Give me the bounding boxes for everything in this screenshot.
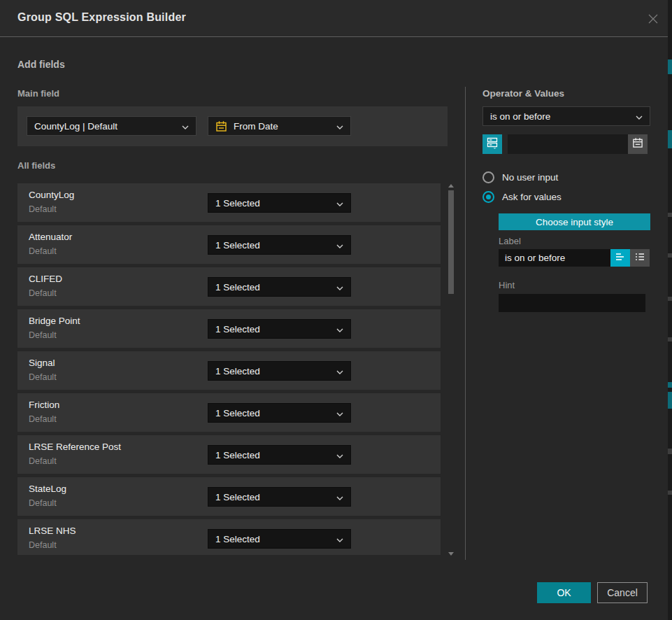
hint-input[interactable] <box>499 294 645 312</box>
field-sublabel: Default <box>29 246 57 256</box>
main-field-panel: CountyLog | Default From Date <box>17 106 448 146</box>
chevron-down-icon <box>336 533 343 545</box>
radio-ask-for-values-label: Ask for values <box>502 192 562 202</box>
field-sublabel: Default <box>29 288 57 298</box>
all-fields-label: All fields <box>17 160 55 171</box>
field-sublabel: Default <box>29 498 57 508</box>
field-row: Signal Default 1 Selected <box>17 351 441 390</box>
field-selected-value: 1 Selected <box>215 324 332 334</box>
add-fields-heading: Add fields <box>17 59 65 70</box>
calendar-icon <box>215 120 227 132</box>
field-selected-dropdown[interactable]: 1 Selected <box>208 193 351 213</box>
field-sublabel: Default <box>29 540 57 550</box>
field-name: LRSE Reference Post <box>29 442 121 452</box>
chevron-down-icon <box>336 491 343 503</box>
align-left-icon <box>615 252 626 265</box>
calendar-icon <box>632 137 643 151</box>
field-row: CLIFED Default 1 Selected <box>17 267 441 306</box>
app-behind-dialog-strip <box>668 0 672 620</box>
main-field-select[interactable]: From Date <box>208 116 351 136</box>
field-selected-value: 1 Selected <box>215 240 332 251</box>
radio-ask-for-values[interactable]: Ask for values <box>482 191 562 203</box>
radio-icon <box>482 191 494 203</box>
field-selected-value: 1 Selected <box>215 492 332 502</box>
chevron-down-icon <box>336 120 343 132</box>
main-layer-select-value: CountyLog | Default <box>34 121 178 132</box>
value-set-icon <box>486 136 499 152</box>
radio-no-user-input-label: No user input <box>502 172 558 183</box>
radio-icon <box>482 171 494 183</box>
date-value-input[interactable] <box>508 134 628 154</box>
field-row: Bridge Point Default 1 Selected <box>17 309 441 348</box>
chevron-down-icon <box>336 407 343 419</box>
field-row: CountyLog Default 1 Selected <box>17 183 441 222</box>
field-selected-value: 1 Selected <box>215 366 332 376</box>
value-set-button[interactable] <box>482 134 502 154</box>
chevron-down-icon <box>336 239 343 251</box>
chevron-down-icon <box>336 323 343 335</box>
operator-select[interactable]: is on or before <box>482 106 650 126</box>
group-sql-expression-builder-dialog: Group SQL Expression Builder Add fields … <box>0 0 672 620</box>
scrollbar-up-arrow[interactable] <box>448 184 454 188</box>
field-row: Attenuator Default 1 Selected <box>17 225 441 264</box>
chevron-down-icon <box>636 110 643 122</box>
chevron-down-icon <box>182 120 189 132</box>
operator-values-heading: Operator & Values <box>482 88 564 99</box>
chevron-down-icon <box>336 281 343 293</box>
chevron-down-icon <box>336 197 343 209</box>
operator-select-value: is on or before <box>490 111 631 122</box>
single-value-style-button[interactable] <box>610 249 630 267</box>
panel-separator <box>465 87 466 560</box>
main-field-label: Main field <box>17 88 59 99</box>
field-selected-dropdown[interactable]: 1 Selected <box>208 277 351 297</box>
radio-no-user-input[interactable]: No user input <box>482 171 558 183</box>
field-name: CLIFED <box>29 274 62 284</box>
field-selected-value: 1 Selected <box>215 534 332 544</box>
field-selected-dropdown[interactable]: 1 Selected <box>208 529 351 549</box>
field-name: Bridge Point <box>29 316 80 326</box>
main-layer-select[interactable]: CountyLog | Default <box>27 116 196 136</box>
field-selected-dropdown[interactable]: 1 Selected <box>208 445 351 465</box>
dialog-title: Group SQL Expression Builder <box>17 11 186 24</box>
field-sublabel: Default <box>29 330 57 340</box>
chevron-down-icon <box>336 365 343 377</box>
field-selected-dropdown[interactable]: 1 Selected <box>208 235 351 255</box>
field-name: LRSE NHS <box>29 526 76 536</box>
field-selected-dropdown[interactable]: 1 Selected <box>208 403 351 423</box>
field-sublabel: Default <box>29 204 57 214</box>
field-row: StateLog Default 1 Selected <box>17 477 441 516</box>
field-sublabel: Default <box>29 456 57 466</box>
date-picker-button[interactable] <box>628 134 648 154</box>
field-row: Friction Default 1 Selected <box>17 393 441 432</box>
scrollbar-thumb[interactable] <box>448 190 454 294</box>
field-selected-value: 1 Selected <box>215 450 332 460</box>
label-input[interactable] <box>499 249 610 267</box>
field-sublabel: Default <box>29 414 57 424</box>
field-selected-dropdown[interactable]: 1 Selected <box>208 361 351 381</box>
hint-label: Hint <box>499 280 515 290</box>
field-row: LRSE NHS Default 1 Selected <box>17 519 441 555</box>
bulleted-list-icon <box>634 252 645 265</box>
label-label: Label <box>499 236 521 246</box>
close-icon[interactable] <box>647 13 659 25</box>
cancel-button[interactable]: Cancel <box>597 582 648 603</box>
field-selected-dropdown[interactable]: 1 Selected <box>208 487 351 507</box>
ok-button[interactable]: OK <box>537 582 591 603</box>
chevron-down-icon <box>336 449 343 461</box>
field-name: StateLog <box>29 484 66 494</box>
choose-input-style-button[interactable]: Choose input style <box>499 213 650 230</box>
field-row: LRSE Reference Post Default 1 Selected <box>17 435 441 474</box>
field-name: Signal <box>29 358 55 368</box>
field-name: CountyLog <box>29 190 74 200</box>
main-field-select-value: From Date <box>234 121 332 132</box>
field-selected-value: 1 Selected <box>215 282 332 293</box>
all-fields-list: CountyLog Default 1 Selected Attenuator … <box>17 183 441 555</box>
field-name: Friction <box>29 400 59 410</box>
dialog-titlebar: Group SQL Expression Builder <box>0 0 668 37</box>
field-name: Attenuator <box>29 232 72 242</box>
field-selected-value: 1 Selected <box>215 198 332 209</box>
list-style-button[interactable] <box>630 249 650 267</box>
scrollbar-down-arrow[interactable] <box>448 552 454 556</box>
field-sublabel: Default <box>29 372 57 382</box>
field-selected-dropdown[interactable]: 1 Selected <box>208 319 351 339</box>
